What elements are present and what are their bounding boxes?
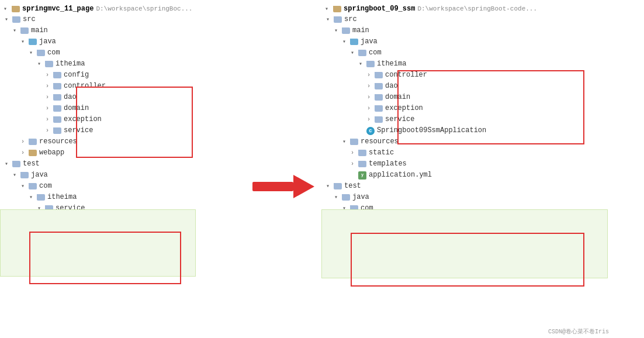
arrow-container xyxy=(245,0,321,338)
tree-node-itheima[interactable]: ▾itheima xyxy=(325,58,610,70)
tree-node-java[interactable]: ▾java xyxy=(325,36,610,47)
tree-node-Springboot09SsmApplication[interactable]: CSpringboot09SsmApplication xyxy=(325,125,610,136)
right-project-name: springboot_09_ssm xyxy=(344,5,415,13)
tree-node-java2[interactable]: ▾java xyxy=(4,170,242,181)
left-project-path: D:\workspace\springBoc... xyxy=(96,5,192,12)
tree-node-java[interactable]: ▾java xyxy=(4,36,242,47)
tree-node-com[interactable]: ▾com xyxy=(325,47,610,58)
tree-node-config[interactable]: ›config xyxy=(4,70,242,81)
left-folder-icon xyxy=(12,6,20,12)
tree-node-service[interactable]: ›service xyxy=(4,125,242,136)
right-tree: ▾src▾main▾java▾com▾itheima›controller›da… xyxy=(325,14,610,258)
tree-node-com[interactable]: ▾com xyxy=(4,47,242,58)
tree-node-service2[interactable]: ▾service xyxy=(4,203,242,214)
tree-node-itheima2[interactable]: ▾itheima xyxy=(325,214,610,225)
right-project-header: ▾ springboot_09_ssm D:\workspace\springB… xyxy=(325,5,610,13)
tree-node-resources[interactable]: ›resources xyxy=(4,136,242,147)
tree-node-main[interactable]: ▾main xyxy=(325,25,610,36)
tree-node-resources[interactable]: ▾resources xyxy=(325,136,610,147)
tree-node-controller[interactable]: ›controller xyxy=(325,70,610,81)
tree-node-BookServiceTest2[interactable]: CBookServiceTest xyxy=(325,236,610,247)
tree-node-application[interactable]: yapplication.yml xyxy=(325,170,610,181)
svg-rect-0 xyxy=(252,182,293,191)
tree-node-com2[interactable]: ▾com xyxy=(325,203,610,214)
left-tree: ▾src▾main▾java▾com▾itheima›config›contro… xyxy=(4,14,242,247)
tree-node-itheima2[interactable]: ▾itheima xyxy=(4,192,242,203)
left-panel: ▾ springmvc_11_page D:\workspace\springB… xyxy=(0,0,245,338)
tree-node-com2[interactable]: ▾com xyxy=(4,181,242,192)
tree-node-pom[interactable]: mpom.xml xyxy=(4,236,242,247)
tree-node-service[interactable]: ›service xyxy=(325,114,610,125)
left-project-header: ▾ springmvc_11_page D:\workspace\springB… xyxy=(4,5,242,13)
tree-node-domain[interactable]: ›domain xyxy=(4,103,242,114)
tree-node-controller[interactable]: ›controller xyxy=(4,81,242,92)
arrow-svg xyxy=(251,169,316,204)
watermark: CSDN@卷心菜不卷Iris xyxy=(548,327,609,336)
right-folder-icon xyxy=(333,6,341,12)
tree-node-target[interactable]: ›target xyxy=(4,225,242,236)
tree-node-exception[interactable]: ›exception xyxy=(4,114,242,125)
tree-node-pom2[interactable]: mpom.xml xyxy=(325,247,610,258)
right-project-path: D:\workspace\springBoot-code... xyxy=(417,5,537,12)
tree-node-webapp[interactable]: ›webapp xyxy=(4,147,242,158)
tree-node-itheima[interactable]: ▾itheima xyxy=(4,58,242,70)
left-project-name: springmvc_11_page xyxy=(22,5,94,13)
tree-node-templates[interactable]: ›templates xyxy=(325,158,610,170)
tree-node-static[interactable]: ›static xyxy=(325,147,610,158)
tree-node-domain[interactable]: ›domain xyxy=(325,92,610,103)
tree-node-test[interactable]: ▾test xyxy=(4,158,242,170)
svg-marker-1 xyxy=(293,175,314,198)
tree-node-dao[interactable]: ›dao xyxy=(4,92,242,103)
tree-node-BookServiceTest[interactable]: CBookServiceTest xyxy=(4,214,242,225)
tree-node-src[interactable]: ▾src xyxy=(4,14,242,25)
right-panel: ▾ springboot_09_ssm D:\workspace\springB… xyxy=(321,0,614,338)
tree-node-service2[interactable]: ▾service xyxy=(325,225,610,236)
tree-node-java2[interactable]: ▾java xyxy=(325,192,610,203)
tree-node-src[interactable]: ▾src xyxy=(325,14,610,25)
tree-node-main[interactable]: ▾main xyxy=(4,25,242,36)
tree-node-exception[interactable]: ›exception xyxy=(325,103,610,114)
tree-node-dao[interactable]: ›dao xyxy=(325,81,610,92)
tree-node-test[interactable]: ▾test xyxy=(325,181,610,192)
